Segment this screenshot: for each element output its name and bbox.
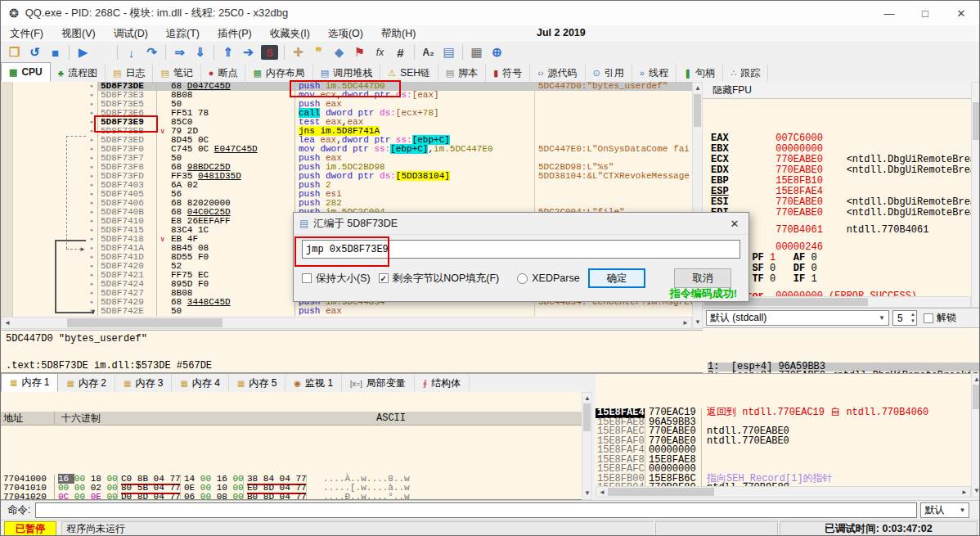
breakpoint-gutter[interactable]: ●: [1, 253, 97, 262]
breakpoint-gutter[interactable]: ●: [1, 181, 97, 190]
view-tab[interactable]: ▦ CPU: [1, 62, 51, 82]
hash-icon[interactable]: #: [390, 43, 411, 61]
menu-item[interactable]: 文件(F): [1, 27, 52, 41]
scroll-thumb[interactable]: [694, 94, 701, 127]
scroll-left-icon[interactable]: ◄: [599, 489, 605, 496]
memory-dump-panel[interactable]: 地址 十六进制 ASCII 77041000 16 00 18 00 C0 8B…: [1, 392, 582, 500]
view-tab[interactable]: ⚠ SEH链: [380, 64, 438, 82]
dump-tab[interactable]: ▦ 内存 1: [1, 373, 58, 392]
stack-hscrollbar[interactable]: ◄ ►: [596, 486, 971, 498]
scroll-up-icon[interactable]: ▲: [584, 395, 591, 402]
stack-panel[interactable]: 15E8FAE4 770EAC19 返回到 ntdll.770EAC19 自 n…: [596, 373, 971, 486]
comment-icon[interactable]: ❞: [308, 43, 329, 61]
unlock-checkbox[interactable]: [924, 313, 933, 323]
disasm-row[interactable]: ● 5D8F742E 50 push eax: [1, 307, 692, 316]
dump-tab[interactable]: ▦ 内存 2: [58, 375, 115, 392]
dump-row[interactable]: 77041020 0C 00 0E 00 D0 8D 04 77 06 00 0…: [1, 493, 582, 500]
menu-item[interactable]: 选项(O): [319, 27, 372, 41]
stop-icon[interactable]: ■: [45, 43, 65, 61]
breakpoint-gutter[interactable]: ●: [1, 262, 97, 271]
scroll-thumb[interactable]: [67, 318, 223, 327]
breakpoint-gutter[interactable]: ●: [1, 100, 97, 109]
step-into-icon[interactable]: ↓: [121, 43, 142, 61]
view-tab[interactable]: ▤ 日志: [106, 64, 153, 82]
breakpoint-gutter[interactable]: ●: [1, 271, 97, 280]
menu-item[interactable]: 收藏夹(I): [261, 27, 319, 41]
view-tab[interactable]: ‹› 源代码: [530, 64, 585, 82]
dump-tab[interactable]: ▦ 内存 5: [229, 375, 285, 392]
breakpoint-gutter[interactable]: ●: [1, 280, 97, 289]
step-out-icon[interactable]: ⇓: [190, 43, 210, 61]
register-row[interactable]: CF 0 TF 0 IF 1: [711, 274, 971, 285]
dump-tab[interactable]: ∮ 结构体: [415, 375, 470, 392]
nop-fill-checkbox[interactable]: ✓: [379, 273, 389, 283]
function-icon[interactable]: fx: [370, 43, 390, 61]
view-tab[interactable]: ▤ 脚本: [438, 64, 486, 82]
breakpoint-gutter[interactable]: ●: [1, 217, 97, 226]
calling-convention-select[interactable]: 默认 (stdcall) ▼: [706, 310, 889, 326]
patch-icon[interactable]: ✚: [288, 43, 308, 61]
dump-tab[interactable]: ▦ 内存 4: [172, 375, 228, 392]
scroll-down-icon[interactable]: ▼: [973, 488, 980, 494]
scroll-thumb[interactable]: [973, 385, 979, 409]
menu-item[interactable]: 帮助(H): [372, 27, 425, 41]
close-button[interactable]: ✕: [943, 1, 979, 25]
breakpoint-gutter[interactable]: ●: [1, 145, 97, 154]
register-row[interactable]: EDI 770EABE0 <ntdll.DbgUiRemoteBreakin>: [711, 208, 971, 218]
scroll-down-icon[interactable]: ▼: [584, 490, 591, 497]
breakpoint-gutter[interactable]: ●: [1, 163, 97, 172]
breakpoint-gutter[interactable]: ●: [1, 190, 97, 199]
breakpoint-gutter[interactable]: ●: [1, 127, 97, 136]
breakpoint-gutter[interactable]: ●: [1, 244, 97, 253]
scroll-thumb[interactable]: [583, 403, 591, 431]
dump-vscrollbar[interactable]: ▲ ▼: [582, 392, 592, 500]
scroll-up-icon[interactable]: ▲: [973, 376, 980, 383]
registers-vscrollbar[interactable]: [971, 82, 980, 308]
open-file-icon[interactable]: ❐: [4, 43, 25, 61]
menu-item[interactable]: 调试(D): [105, 27, 157, 41]
run-to-user-code-icon[interactable]: ➔: [238, 43, 258, 61]
menu-item[interactable]: 视图(V): [52, 27, 105, 41]
breakpoint-gutter[interactable]: ●: [1, 226, 97, 235]
scroll-thumb[interactable]: [608, 488, 714, 496]
menu-item[interactable]: 追踪(T): [157, 27, 209, 41]
ok-button[interactable]: 确定: [588, 268, 645, 288]
view-tab[interactable]: ♣ 流程图: [51, 64, 106, 82]
view-tab[interactable]: ● 断点: [201, 64, 246, 82]
breakpoint-gutter[interactable]: ●: [1, 109, 97, 118]
maximize-button[interactable]: □: [907, 1, 943, 25]
scylla-icon[interactable]: S: [261, 45, 278, 60]
keep-size-checkbox[interactable]: [302, 273, 312, 283]
view-tab[interactable]: ❚ 句柄: [677, 64, 723, 82]
dialog-close-icon[interactable]: ✕: [721, 218, 748, 230]
debuggee-device-icon[interactable]: ▤: [438, 43, 459, 61]
view-tab[interactable]: » 线程: [632, 64, 677, 82]
run-icon[interactable]: ▶: [73, 43, 93, 61]
breakpoint-gutter[interactable]: ●: [1, 172, 97, 181]
command-mode-select[interactable]: 默认 ▼: [920, 502, 969, 518]
breakpoint-gutter[interactable]: ●: [1, 136, 97, 145]
breakpoint-gutter[interactable]: ●: [1, 289, 97, 298]
view-tab[interactable]: ⊙ 引用: [586, 64, 632, 82]
execute-till-return-icon[interactable]: ⇑: [218, 43, 238, 61]
breakpoint-gutter[interactable]: ●: [1, 298, 97, 307]
command-input[interactable]: [35, 502, 917, 518]
dump-tab[interactable]: ◉ 监视 1: [285, 375, 342, 392]
view-tab[interactable]: ▮ 符号: [486, 64, 530, 82]
scroll-right-icon[interactable]: ►: [682, 320, 689, 327]
view-tab[interactable]: ∴ 跟踪: [723, 64, 768, 82]
xedparse-radio[interactable]: [517, 273, 528, 284]
argument-count-stepper[interactable]: 5 ▲▼: [892, 310, 917, 326]
breakpoint-gutter[interactable]: ●: [1, 199, 97, 208]
hide-fpu-button[interactable]: 隐藏FPU: [703, 82, 971, 99]
breakpoint-gutter[interactable]: ●: [1, 154, 97, 163]
stack-vscrollbar[interactable]: ▲ ▼: [971, 373, 980, 498]
scroll-right-icon[interactable]: ►: [961, 489, 968, 496]
label-icon[interactable]: ◆: [329, 43, 349, 61]
breakpoint-gutter[interactable]: ●: [1, 118, 97, 127]
globe-icon[interactable]: ⊕: [487, 43, 507, 61]
assemble-instruction-input[interactable]: [302, 240, 740, 259]
arguments-panel[interactable]: 1: [esp+4] 96A59BB32: [esp+8] 770EABE0 <…: [703, 327, 980, 373]
step-over-icon[interactable]: ↷: [142, 43, 162, 61]
cancel-button[interactable]: 取消: [674, 268, 731, 288]
